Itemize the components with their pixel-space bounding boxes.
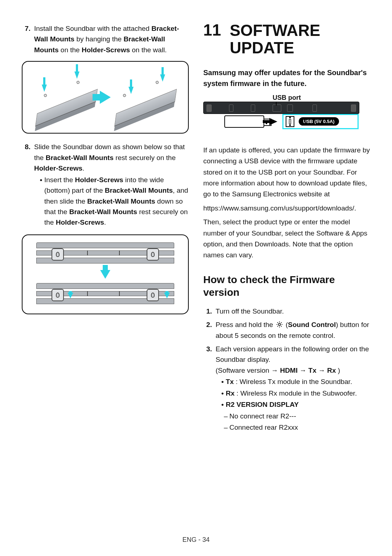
chapter-heading: 11 SOFTWARE UPDATE [203, 22, 370, 57]
left-column: 7. Install the Soundbar with the attache… [22, 22, 189, 523]
bullet-r2: R2 VERSION DISPLAY [219, 399, 370, 410]
usb-port-label: USB port [203, 94, 370, 102]
t: HDMI [280, 367, 298, 374]
soundbar-rear-illustration [203, 102, 359, 114]
t: : Wireless Tx module in the Soundbar. [234, 378, 352, 385]
fw-step-2-text: Press and hold the (Sound Control) butto… [216, 319, 370, 341]
arrow-down-icon [100, 270, 110, 279]
usb-stick-icon [224, 115, 264, 128]
usb-port-highlight: USB (5V 0.5A) [282, 114, 359, 129]
step-8-number: 8. [22, 142, 34, 229]
t: Tx [226, 378, 234, 385]
iso-after [112, 66, 177, 128]
t: If an update is offered, you can update … [203, 146, 370, 198]
t: Each version appears in the following or… [216, 344, 370, 365]
fw-step-1-number: 1. [203, 306, 216, 316]
intro-text: Samsung may offer updates for the Soundb… [203, 67, 370, 89]
t: by hanging the [74, 35, 123, 43]
fw-step-3-text: Each version appears in the following or… [216, 344, 370, 434]
version-sequence: (Software version → HDMI → Tx → Rx ) [216, 365, 370, 376]
t: (Software version [216, 367, 271, 374]
step-7-number: 7. [22, 23, 34, 55]
fw-step-3: 3. Each version appears in the following… [203, 344, 370, 434]
bullet-rx: Rx : Wireless Rx module in the Subwoofer… [219, 388, 370, 398]
t: Bracket-Wall Mounts [105, 187, 173, 194]
t: Insert the [44, 176, 75, 184]
figure-install-soundbar [22, 61, 189, 134]
bullet-tx: Tx : Wireless Tx module in the Soundbar. [219, 376, 370, 387]
fw-step-1-text: Turn off the Soundbar. [216, 306, 370, 316]
iso-before [33, 66, 98, 128]
update-paragraph-1: If an update is offered, you can update … [203, 145, 370, 200]
fw-step-1: 1. Turn off the Soundbar. [203, 306, 370, 316]
t: No connect rear R2--- [229, 411, 296, 421]
chapter-number: 11 [203, 22, 221, 38]
t: on the wall. [130, 46, 167, 54]
chapter-title: SOFTWARE UPDATE [230, 22, 370, 57]
t: Press and hold the [216, 321, 275, 328]
t: Sound Control [288, 321, 336, 328]
t: Holder-Screws [34, 164, 82, 172]
t: . [82, 164, 84, 172]
t: Rx [226, 389, 234, 397]
t: Bracket-Wall Mounts [69, 208, 137, 216]
t: Bracket-Wall Mounts [87, 197, 155, 205]
arrow-down-icon [128, 87, 134, 94]
t: Connected rear R2xxx [229, 422, 298, 433]
update-url: https://www.samsung.com/us/support/downl… [203, 203, 370, 214]
t: Holder-Screws [75, 176, 123, 184]
slide-before [36, 242, 174, 266]
t: on the [59, 46, 82, 54]
t: Bracket-Wall Mounts [46, 154, 114, 162]
t: Holder-Screws [56, 218, 104, 226]
t: Holder-Screws [82, 46, 130, 54]
gear-icon [276, 320, 283, 328]
firmware-check-heading: How to check the Firmware version [203, 273, 370, 299]
step-8-bullet: Insert the Holder-Screws into the wide (… [38, 175, 189, 228]
arrow-down-icon [160, 74, 165, 82]
step-8-text: Slide the Soundbar down as shown below s… [34, 142, 189, 229]
step-8: 8. Slide the Soundbar down as shown belo… [22, 142, 189, 229]
t: Rx [327, 367, 336, 374]
arrow-right-icon [100, 91, 111, 104]
t: rest securely on the [114, 154, 176, 162]
arrow-right-icon: → [299, 367, 306, 374]
update-paragraph-2: Then, select the product type or enter t… [203, 217, 370, 261]
usb-port-icon [286, 116, 294, 127]
fw-step-2-number: 2. [203, 319, 216, 341]
fw-step-2: 2. Press and hold the (Sound Control) bu… [203, 319, 370, 341]
step-7-text: Install the Soundbar with the attached B… [34, 23, 189, 55]
t: ( [284, 321, 288, 328]
t: . [104, 218, 106, 226]
arrow-down-icon [164, 293, 170, 298]
fw-step-3-number: 3. [203, 344, 216, 434]
t: Tx [309, 367, 317, 374]
arrow-right-icon [269, 118, 277, 125]
figure-usb-update: USB port USB (5V 0.5A) [203, 94, 370, 145]
arrow-down-icon [42, 85, 47, 92]
dash-no-connect: No connect rear R2--- [222, 411, 370, 421]
right-column: 11 SOFTWARE UPDATE Samsung may offer upd… [203, 22, 370, 523]
arrow-down-icon [74, 71, 79, 79]
arrow-down-icon [68, 293, 73, 298]
page-footer: ENG - 34 [0, 536, 392, 544]
t: ) [336, 367, 340, 374]
svg-point-0 [278, 323, 281, 326]
arrow-right-icon: → [271, 367, 278, 374]
arrow-right-icon: → [318, 367, 325, 374]
t: : Wireless Rx module in the Subwoofer. [234, 389, 357, 397]
t: R2 VERSION DISPLAY [226, 399, 299, 410]
t: Install the Soundbar with the attached [34, 25, 151, 32]
figure-slide-down [22, 234, 189, 314]
dash-connected: Connected rear R2xxx [222, 422, 370, 433]
step-7: 7. Install the Soundbar with the attache… [22, 23, 189, 55]
slide-after [36, 283, 174, 306]
